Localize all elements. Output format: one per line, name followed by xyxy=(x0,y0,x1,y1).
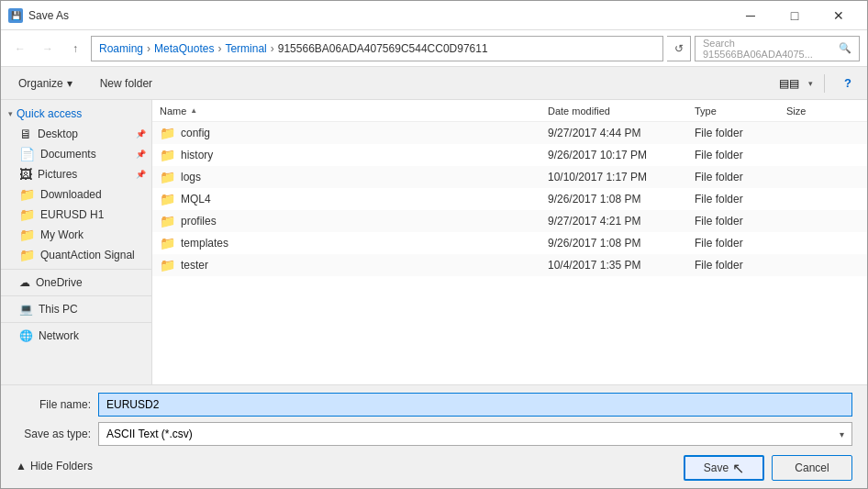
onedrive-icon: ☁ xyxy=(19,276,30,289)
documents-icon: 📄 xyxy=(19,147,35,161)
search-box[interactable]: Search 915566BA06ADA4075... 🔍 xyxy=(695,36,860,61)
file-type: File folder xyxy=(695,215,786,228)
quick-access-arrow: ▾ xyxy=(8,109,13,118)
folder-icon: 📁 xyxy=(160,126,175,140)
file-name: history xyxy=(181,149,213,161)
file-date: 9/26/2017 1:08 PM xyxy=(548,237,695,250)
cancel-button[interactable]: Cancel xyxy=(772,455,852,481)
refresh-button[interactable]: ↺ xyxy=(667,36,691,61)
sidebar-divider-1 xyxy=(1,269,151,270)
crumb-terminal[interactable]: Terminal xyxy=(225,42,266,55)
window-controls: ─ □ ✕ xyxy=(729,1,860,30)
table-row[interactable]: 📁 MQL4 9/26/2017 1:08 PM File folder xyxy=(152,188,867,210)
filename-row: File name: xyxy=(16,393,852,417)
forward-button[interactable]: → xyxy=(36,37,60,61)
file-type: File folder xyxy=(695,259,786,272)
sidebar-item-label: This PC xyxy=(39,303,78,316)
sidebar-item-label: OneDrive xyxy=(36,276,83,289)
maximize-button[interactable]: □ xyxy=(773,1,816,30)
file-name: MQL4 xyxy=(181,193,211,206)
sort-size-button[interactable]: Size xyxy=(786,106,860,117)
filetype-select[interactable]: ASCII Text (*.csv) ▾ xyxy=(98,422,852,446)
file-list-header: Name ▲ Date modified Type Size xyxy=(152,100,867,122)
dialog-buttons: Save ↖ Cancel xyxy=(684,455,852,481)
sidebar-item-thispc[interactable]: 💻 This PC xyxy=(1,300,151,318)
bottom-bar: File name: Save as type: ASCII Text (*.c… xyxy=(1,384,867,488)
close-button[interactable]: ✕ xyxy=(818,1,860,30)
help-button[interactable]: ? xyxy=(836,72,860,95)
file-date: 10/4/2017 1:35 PM xyxy=(548,259,695,272)
help-icon: ? xyxy=(844,76,851,90)
title-bar-left: 💾 Save As xyxy=(8,8,69,23)
file-name: logs xyxy=(181,171,201,183)
search-placeholder: Search 915566BA06ADA4075... xyxy=(703,38,839,60)
window-title: Save As xyxy=(28,9,69,22)
back-button[interactable]: ← xyxy=(8,37,32,61)
table-row[interactable]: 📁 profiles 9/27/2017 4:21 PM File folder xyxy=(152,210,867,232)
file-type: File folder xyxy=(695,127,786,139)
toolbar-divider xyxy=(824,74,825,93)
sidebar-item-desktop[interactable]: 🖥 Desktop 📌 xyxy=(1,124,151,144)
hide-folders-button[interactable]: ▲ Hide Folders xyxy=(16,460,93,472)
folder-icon: 📁 xyxy=(160,236,175,250)
col-type-label: Type xyxy=(695,106,717,117)
up-button[interactable]: ↑ xyxy=(63,37,87,61)
crumb-metaquotes[interactable]: MetaQuotes xyxy=(154,42,214,55)
file-date: 9/26/2017 10:17 PM xyxy=(548,149,695,161)
file-name: tester xyxy=(181,259,208,272)
folder-icon: 📁 xyxy=(160,258,175,272)
sidebar-item-mywork[interactable]: 📁 My Work xyxy=(1,225,151,245)
sidebar-item-label: My Work xyxy=(40,228,83,241)
main-content: ▾ Quick access 🖥 Desktop 📌 📄 Documents 📌… xyxy=(1,100,867,384)
file-name: templates xyxy=(181,237,228,250)
pin-icon: 📌 xyxy=(136,129,146,139)
sidebar-item-network[interactable]: 🌐 Network xyxy=(1,327,151,345)
table-row[interactable]: 📁 logs 10/10/2017 1:17 PM File folder xyxy=(152,166,867,188)
window-icon: 💾 xyxy=(8,8,23,23)
sort-date-button[interactable]: Date modified xyxy=(548,106,695,117)
filename-input[interactable] xyxy=(98,393,852,417)
file-type: File folder xyxy=(695,237,786,250)
folder-icon: 📁 xyxy=(160,148,175,162)
new-folder-button[interactable]: New folder xyxy=(90,71,162,96)
table-row[interactable]: 📁 templates 9/26/2017 1:08 PM File folde… xyxy=(152,232,867,254)
crumb-roaming[interactable]: Roaming xyxy=(99,42,143,55)
quick-access-header[interactable]: ▾ Quick access xyxy=(1,104,151,124)
hide-folders-arrow: ▲ xyxy=(16,460,27,472)
breadcrumb-bar[interactable]: Roaming › MetaQuotes › Terminal › 915566… xyxy=(91,36,663,61)
sidebar-item-label: EURUSD H1 xyxy=(40,208,104,221)
file-date: 9/26/2017 1:08 PM xyxy=(548,193,695,206)
sidebar-item-eurusd[interactable]: 📁 EURUSD H1 xyxy=(1,205,151,225)
sidebar-item-documents[interactable]: 📄 Documents 📌 xyxy=(1,144,151,164)
search-icon: 🔍 xyxy=(839,42,851,54)
sidebar-item-label: Downloaded xyxy=(40,188,102,201)
table-row[interactable]: 📁 history 9/26/2017 10:17 PM File folder xyxy=(152,144,867,166)
pin-icon: 📌 xyxy=(136,150,146,159)
sidebar-item-onedrive[interactable]: ☁ OneDrive xyxy=(1,273,151,292)
filetype-value: ASCII Text (*.csv) xyxy=(106,428,193,440)
sidebar-item-label: Pictures xyxy=(38,168,77,181)
sidebar-item-pictures[interactable]: 🖼 Pictures 📌 xyxy=(1,164,151,184)
sidebar-divider-3 xyxy=(1,322,151,323)
sort-name-button[interactable]: Name ▲ xyxy=(160,106,548,117)
sort-type-button[interactable]: Type xyxy=(695,106,786,117)
sidebar-item-downloaded[interactable]: 📁 Downloaded xyxy=(1,184,151,205)
pictures-icon: 🖼 xyxy=(19,167,32,182)
sidebar-item-label: Network xyxy=(39,329,79,342)
quick-access-label: Quick access xyxy=(17,107,82,120)
sidebar: ▾ Quick access 🖥 Desktop 📌 📄 Documents 📌… xyxy=(1,100,152,384)
view-button[interactable]: ▤▤ xyxy=(777,72,801,95)
organize-button[interactable]: Organize ▾ xyxy=(8,71,83,96)
folder-icon: 📁 xyxy=(160,192,175,206)
filetype-row: Save as type: ASCII Text (*.csv) ▾ xyxy=(16,422,852,446)
file-list: Name ▲ Date modified Type Size 📁 config … xyxy=(152,100,867,384)
save-button[interactable]: Save ↖ xyxy=(684,455,764,481)
sidebar-item-label: Documents xyxy=(40,148,96,161)
minimize-button[interactable]: ─ xyxy=(729,1,772,30)
view-dropdown-arrow: ▾ xyxy=(808,79,813,88)
filename-label: File name: xyxy=(16,398,98,411)
downloaded-icon: 📁 xyxy=(19,187,35,202)
table-row[interactable]: 📁 config 9/27/2017 4:44 PM File folder xyxy=(152,122,867,144)
sidebar-item-quantaction[interactable]: 📁 QuantAction Signal xyxy=(1,245,151,265)
table-row[interactable]: 📁 tester 10/4/2017 1:35 PM File folder xyxy=(152,254,867,276)
